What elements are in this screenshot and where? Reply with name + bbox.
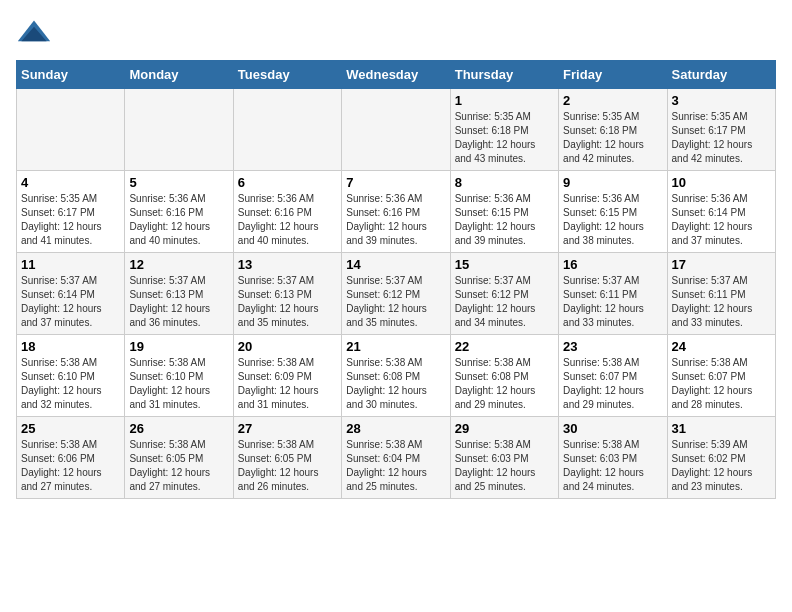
day-info: Sunrise: 5:35 AMSunset: 6:18 PMDaylight:… xyxy=(455,110,554,166)
day-number: 27 xyxy=(238,421,337,436)
day-info: Sunrise: 5:37 AMSunset: 6:12 PMDaylight:… xyxy=(346,274,445,330)
calendar-cell: 23Sunrise: 5:38 AMSunset: 6:07 PMDayligh… xyxy=(559,335,667,417)
day-number: 18 xyxy=(21,339,120,354)
day-number: 9 xyxy=(563,175,662,190)
day-number: 20 xyxy=(238,339,337,354)
day-info: Sunrise: 5:37 AMSunset: 6:13 PMDaylight:… xyxy=(129,274,228,330)
col-header-monday: Monday xyxy=(125,61,233,89)
calendar-header-row: SundayMondayTuesdayWednesdayThursdayFrid… xyxy=(17,61,776,89)
day-number: 17 xyxy=(672,257,771,272)
calendar-cell xyxy=(342,89,450,171)
calendar-cell: 12Sunrise: 5:37 AMSunset: 6:13 PMDayligh… xyxy=(125,253,233,335)
day-info: Sunrise: 5:38 AMSunset: 6:08 PMDaylight:… xyxy=(346,356,445,412)
calendar-cell: 7Sunrise: 5:36 AMSunset: 6:16 PMDaylight… xyxy=(342,171,450,253)
calendar-table: SundayMondayTuesdayWednesdayThursdayFrid… xyxy=(16,60,776,499)
day-info: Sunrise: 5:38 AMSunset: 6:08 PMDaylight:… xyxy=(455,356,554,412)
calendar-cell: 17Sunrise: 5:37 AMSunset: 6:11 PMDayligh… xyxy=(667,253,775,335)
day-number: 26 xyxy=(129,421,228,436)
calendar-cell: 16Sunrise: 5:37 AMSunset: 6:11 PMDayligh… xyxy=(559,253,667,335)
day-info: Sunrise: 5:36 AMSunset: 6:14 PMDaylight:… xyxy=(672,192,771,248)
day-info: Sunrise: 5:38 AMSunset: 6:06 PMDaylight:… xyxy=(21,438,120,494)
day-number: 23 xyxy=(563,339,662,354)
day-number: 30 xyxy=(563,421,662,436)
day-info: Sunrise: 5:38 AMSunset: 6:10 PMDaylight:… xyxy=(129,356,228,412)
calendar-cell: 29Sunrise: 5:38 AMSunset: 6:03 PMDayligh… xyxy=(450,417,558,499)
calendar-cell: 11Sunrise: 5:37 AMSunset: 6:14 PMDayligh… xyxy=(17,253,125,335)
day-number: 12 xyxy=(129,257,228,272)
col-header-saturday: Saturday xyxy=(667,61,775,89)
calendar-cell: 24Sunrise: 5:38 AMSunset: 6:07 PMDayligh… xyxy=(667,335,775,417)
calendar-week-row: 25Sunrise: 5:38 AMSunset: 6:06 PMDayligh… xyxy=(17,417,776,499)
day-info: Sunrise: 5:38 AMSunset: 6:03 PMDaylight:… xyxy=(563,438,662,494)
calendar-cell: 27Sunrise: 5:38 AMSunset: 6:05 PMDayligh… xyxy=(233,417,341,499)
logo xyxy=(16,16,58,52)
calendar-cell: 20Sunrise: 5:38 AMSunset: 6:09 PMDayligh… xyxy=(233,335,341,417)
day-info: Sunrise: 5:35 AMSunset: 6:17 PMDaylight:… xyxy=(672,110,771,166)
day-info: Sunrise: 5:36 AMSunset: 6:16 PMDaylight:… xyxy=(238,192,337,248)
day-number: 4 xyxy=(21,175,120,190)
calendar-cell: 28Sunrise: 5:38 AMSunset: 6:04 PMDayligh… xyxy=(342,417,450,499)
day-info: Sunrise: 5:37 AMSunset: 6:14 PMDaylight:… xyxy=(21,274,120,330)
day-number: 10 xyxy=(672,175,771,190)
calendar-cell xyxy=(233,89,341,171)
calendar-week-row: 18Sunrise: 5:38 AMSunset: 6:10 PMDayligh… xyxy=(17,335,776,417)
calendar-cell: 6Sunrise: 5:36 AMSunset: 6:16 PMDaylight… xyxy=(233,171,341,253)
day-number: 24 xyxy=(672,339,771,354)
calendar-cell: 1Sunrise: 5:35 AMSunset: 6:18 PMDaylight… xyxy=(450,89,558,171)
day-number: 19 xyxy=(129,339,228,354)
day-number: 2 xyxy=(563,93,662,108)
day-info: Sunrise: 5:38 AMSunset: 6:05 PMDaylight:… xyxy=(238,438,337,494)
day-info: Sunrise: 5:38 AMSunset: 6:05 PMDaylight:… xyxy=(129,438,228,494)
calendar-cell: 9Sunrise: 5:36 AMSunset: 6:15 PMDaylight… xyxy=(559,171,667,253)
calendar-cell: 4Sunrise: 5:35 AMSunset: 6:17 PMDaylight… xyxy=(17,171,125,253)
calendar-cell: 14Sunrise: 5:37 AMSunset: 6:12 PMDayligh… xyxy=(342,253,450,335)
day-info: Sunrise: 5:35 AMSunset: 6:17 PMDaylight:… xyxy=(21,192,120,248)
calendar-cell: 25Sunrise: 5:38 AMSunset: 6:06 PMDayligh… xyxy=(17,417,125,499)
calendar-cell: 31Sunrise: 5:39 AMSunset: 6:02 PMDayligh… xyxy=(667,417,775,499)
day-info: Sunrise: 5:37 AMSunset: 6:12 PMDaylight:… xyxy=(455,274,554,330)
calendar-cell: 19Sunrise: 5:38 AMSunset: 6:10 PMDayligh… xyxy=(125,335,233,417)
calendar-week-row: 4Sunrise: 5:35 AMSunset: 6:17 PMDaylight… xyxy=(17,171,776,253)
day-info: Sunrise: 5:38 AMSunset: 6:07 PMDaylight:… xyxy=(563,356,662,412)
day-info: Sunrise: 5:36 AMSunset: 6:15 PMDaylight:… xyxy=(455,192,554,248)
day-number: 8 xyxy=(455,175,554,190)
calendar-cell: 22Sunrise: 5:38 AMSunset: 6:08 PMDayligh… xyxy=(450,335,558,417)
day-info: Sunrise: 5:38 AMSunset: 6:10 PMDaylight:… xyxy=(21,356,120,412)
col-header-friday: Friday xyxy=(559,61,667,89)
day-info: Sunrise: 5:36 AMSunset: 6:16 PMDaylight:… xyxy=(129,192,228,248)
calendar-cell: 26Sunrise: 5:38 AMSunset: 6:05 PMDayligh… xyxy=(125,417,233,499)
calendar-cell: 15Sunrise: 5:37 AMSunset: 6:12 PMDayligh… xyxy=(450,253,558,335)
day-number: 6 xyxy=(238,175,337,190)
calendar-cell: 10Sunrise: 5:36 AMSunset: 6:14 PMDayligh… xyxy=(667,171,775,253)
day-number: 28 xyxy=(346,421,445,436)
day-number: 15 xyxy=(455,257,554,272)
calendar-cell: 21Sunrise: 5:38 AMSunset: 6:08 PMDayligh… xyxy=(342,335,450,417)
col-header-wednesday: Wednesday xyxy=(342,61,450,89)
day-number: 14 xyxy=(346,257,445,272)
calendar-cell: 5Sunrise: 5:36 AMSunset: 6:16 PMDaylight… xyxy=(125,171,233,253)
calendar-cell: 8Sunrise: 5:36 AMSunset: 6:15 PMDaylight… xyxy=(450,171,558,253)
calendar-cell xyxy=(17,89,125,171)
day-info: Sunrise: 5:38 AMSunset: 6:04 PMDaylight:… xyxy=(346,438,445,494)
day-info: Sunrise: 5:37 AMSunset: 6:11 PMDaylight:… xyxy=(672,274,771,330)
day-info: Sunrise: 5:35 AMSunset: 6:18 PMDaylight:… xyxy=(563,110,662,166)
day-number: 22 xyxy=(455,339,554,354)
logo-icon xyxy=(16,16,52,52)
day-number: 1 xyxy=(455,93,554,108)
day-info: Sunrise: 5:37 AMSunset: 6:13 PMDaylight:… xyxy=(238,274,337,330)
day-number: 21 xyxy=(346,339,445,354)
day-info: Sunrise: 5:39 AMSunset: 6:02 PMDaylight:… xyxy=(672,438,771,494)
calendar-week-row: 11Sunrise: 5:37 AMSunset: 6:14 PMDayligh… xyxy=(17,253,776,335)
calendar-cell: 18Sunrise: 5:38 AMSunset: 6:10 PMDayligh… xyxy=(17,335,125,417)
page-header xyxy=(16,16,776,52)
day-info: Sunrise: 5:37 AMSunset: 6:11 PMDaylight:… xyxy=(563,274,662,330)
col-header-tuesday: Tuesday xyxy=(233,61,341,89)
col-header-thursday: Thursday xyxy=(450,61,558,89)
day-number: 13 xyxy=(238,257,337,272)
calendar-cell xyxy=(125,89,233,171)
day-number: 31 xyxy=(672,421,771,436)
calendar-cell: 30Sunrise: 5:38 AMSunset: 6:03 PMDayligh… xyxy=(559,417,667,499)
day-info: Sunrise: 5:38 AMSunset: 6:09 PMDaylight:… xyxy=(238,356,337,412)
calendar-cell: 13Sunrise: 5:37 AMSunset: 6:13 PMDayligh… xyxy=(233,253,341,335)
day-info: Sunrise: 5:38 AMSunset: 6:07 PMDaylight:… xyxy=(672,356,771,412)
